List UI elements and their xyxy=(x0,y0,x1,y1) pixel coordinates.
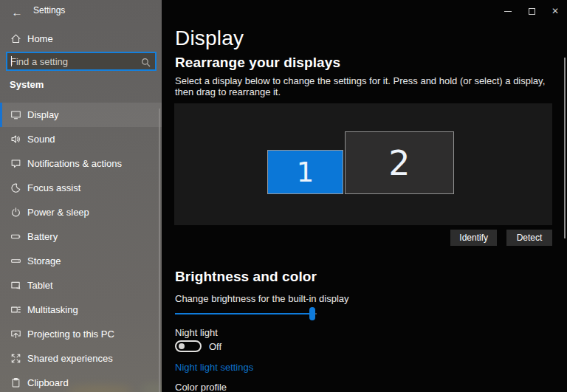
text-caret xyxy=(11,56,12,66)
search-icon[interactable] xyxy=(141,57,151,66)
minimize-icon xyxy=(504,11,512,12)
sidebar-item-notifications[interactable]: Notifications & actions xyxy=(0,151,162,176)
monitor-1-number: 1 xyxy=(297,157,315,188)
settings-window: ← Settings Home System Display xyxy=(0,0,567,392)
maximize-button[interactable] xyxy=(520,0,543,22)
search-input[interactable] xyxy=(10,53,136,69)
sidebar-item-label: Sound xyxy=(27,134,55,145)
power-icon xyxy=(10,207,21,219)
notifications-icon xyxy=(10,158,21,170)
tablet-icon xyxy=(10,280,21,292)
sidebar-item-home[interactable]: Home xyxy=(0,27,162,51)
display-icon xyxy=(10,109,21,121)
sidebar-titlebar: ← Settings xyxy=(0,0,162,24)
sidebar-item-label: Tablet xyxy=(27,280,53,291)
focus-assist-icon xyxy=(10,182,21,194)
rearrange-description: Select a display below to change the set… xyxy=(175,75,559,97)
sidebar-item-display[interactable]: Display xyxy=(0,103,162,127)
slider-fill xyxy=(175,313,312,314)
section-title-rearrange: Rearrange your displays xyxy=(175,55,340,71)
identify-button[interactable]: Identify xyxy=(450,230,497,246)
main-scrollbar-thumb[interactable] xyxy=(564,58,566,238)
section-title-brightness: Brightness and color xyxy=(175,269,317,285)
sidebar-item-label: Display xyxy=(27,109,59,120)
search-box[interactable] xyxy=(6,52,157,71)
sidebar-item-storage[interactable]: Storage xyxy=(0,249,162,273)
battery-icon xyxy=(10,231,21,243)
selected-accent-bar xyxy=(0,103,2,127)
detect-button[interactable]: Detect xyxy=(506,230,552,246)
sidebar-item-label: Clipboard xyxy=(27,377,69,388)
sidebar-item-label: Notifications & actions xyxy=(27,158,122,169)
shared-experiences-icon xyxy=(10,353,21,365)
toggle-knob xyxy=(179,343,185,349)
sidebar-item-label: Focus assist xyxy=(27,182,80,193)
app-title: Settings xyxy=(33,5,65,16)
maximize-icon xyxy=(529,8,535,15)
minimize-button[interactable] xyxy=(496,0,520,22)
monitor-2[interactable]: 2 xyxy=(345,131,454,194)
back-button[interactable]: ← xyxy=(6,1,28,22)
sidebar-item-label: Shared experiences xyxy=(27,353,113,364)
sidebar-item-tablet[interactable]: Tablet xyxy=(0,273,162,298)
toggle-pill[interactable] xyxy=(175,340,202,352)
sidebar-item-label: Power & sleep xyxy=(27,207,89,218)
window-titlebar[interactable]: ✕ xyxy=(162,0,567,24)
sidebar-item-projecting[interactable]: Projecting to this PC xyxy=(0,322,162,346)
sidebar-item-battery[interactable]: Battery xyxy=(0,224,162,249)
clipboard-icon xyxy=(10,377,21,389)
monitor-arrangement-panel: 1 2 xyxy=(174,103,552,225)
sidebar-item-label: Projecting to this PC xyxy=(27,329,114,340)
sidebar-item-multitasking[interactable]: Multitasking xyxy=(0,298,162,322)
home-icon xyxy=(10,33,21,45)
sidebar-item-clipboard[interactable]: Clipboard xyxy=(0,371,162,392)
monitor-1[interactable]: 1 xyxy=(267,150,343,194)
slider-thumb[interactable] xyxy=(309,307,315,320)
brightness-slider-label: Change brightness for the built-in displ… xyxy=(175,293,349,304)
sidebar-scrollbar-thumb[interactable] xyxy=(159,109,160,392)
sidebar-item-sound[interactable]: Sound xyxy=(0,127,162,151)
monitor-2-number: 2 xyxy=(388,143,410,183)
storage-icon xyxy=(10,255,21,267)
night-light-toggle[interactable]: Off xyxy=(175,340,221,352)
sidebar-item-label: Home xyxy=(27,33,53,44)
sound-icon xyxy=(10,134,21,145)
sidebar-item-label: Storage xyxy=(27,255,61,267)
sidebar-item-focus-assist[interactable]: Focus assist xyxy=(0,176,162,200)
sidebar-item-label: Multitasking xyxy=(27,304,78,315)
sidebar-item-label: Battery xyxy=(27,231,58,242)
toggle-state-label: Off xyxy=(209,341,221,352)
sidebar: ← Settings Home System Display xyxy=(0,0,162,392)
page-title: Display xyxy=(175,27,244,50)
close-icon: ✕ xyxy=(551,7,559,16)
night-light-settings-link[interactable]: Night light settings xyxy=(175,362,253,373)
close-button[interactable]: ✕ xyxy=(543,0,567,22)
projecting-icon xyxy=(10,329,21,340)
brightness-slider[interactable] xyxy=(175,307,317,320)
main-content: ✕ Display Rearrange your displays Select… xyxy=(162,0,567,392)
sidebar-section-header: System xyxy=(10,79,44,90)
multitasking-icon xyxy=(10,304,21,316)
sidebar-item-power-sleep[interactable]: Power & sleep xyxy=(0,200,162,224)
sidebar-item-shared-experiences[interactable]: Shared experiences xyxy=(0,346,162,371)
color-profile-label: Color profile xyxy=(175,382,227,392)
monitor-actions: Identify Detect xyxy=(174,230,552,246)
night-light-label: Night light xyxy=(175,327,218,338)
